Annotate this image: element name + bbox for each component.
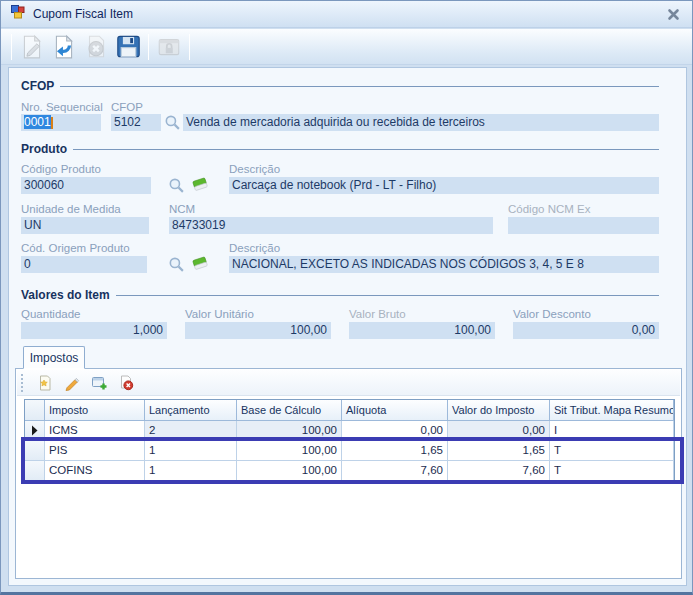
col-valor-imposto[interactable]: Valor do Imposto xyxy=(448,400,550,421)
toolbar-separator xyxy=(148,34,149,60)
cell-imposto[interactable]: PIS xyxy=(45,441,145,461)
document-delete-icon xyxy=(118,375,134,391)
cell-sit[interactable]: T xyxy=(550,461,674,481)
cell-valor[interactable]: 1,65 xyxy=(448,441,550,461)
col-lancamento[interactable]: Lançamento xyxy=(145,400,237,421)
cell-aliquota[interactable]: 7,60 xyxy=(342,461,448,481)
add-tax-button[interactable] xyxy=(89,373,109,393)
table-row-icms[interactable]: ICMS 2 100,00 0,00 0,00 I xyxy=(25,421,674,441)
col-imposto[interactable]: Imposto xyxy=(45,400,145,421)
col-base-calculo[interactable]: Base de Cálculo xyxy=(237,400,342,421)
window-title: Cupom Fiscal Item xyxy=(33,7,663,21)
cell-lancamento[interactable]: 1 xyxy=(145,441,237,461)
cell-sit[interactable]: I xyxy=(550,421,674,441)
cfop-search-icon[interactable] xyxy=(163,113,181,131)
nro-sequencial-label: Nro. Sequencial xyxy=(21,101,103,113)
ncm-ex-input[interactable] xyxy=(508,217,659,234)
cfop-label: CFOP xyxy=(111,101,143,113)
valor-bruto-input: 100,00 xyxy=(349,322,495,339)
new-document-star-icon xyxy=(37,375,53,391)
cancel-circle-icon xyxy=(83,34,109,60)
grid-header-row: Imposto Lançamento Base de Cálculo Alíqu… xyxy=(25,400,674,421)
cfop-descricao-field: Venda de mercadoria adquirida ou recebid… xyxy=(183,114,659,131)
cell-valor[interactable]: 7,60 xyxy=(448,461,550,481)
cell-valor[interactable]: 0,00 xyxy=(448,421,550,441)
origem-descricao-label: Descrição xyxy=(229,242,280,254)
section-divider xyxy=(116,295,659,296)
ncm-ex-label: Código NCM Ex xyxy=(508,203,590,215)
cell-base[interactable]: 100,00 xyxy=(237,461,342,481)
produto-clear-eraser-icon[interactable] xyxy=(191,175,209,193)
cell-lancamento[interactable]: 1 xyxy=(145,461,237,481)
valores-section-header: Valores do Item xyxy=(21,288,659,302)
text-caret xyxy=(51,117,53,129)
floppy-disk-icon xyxy=(115,33,142,60)
impostos-toolbar xyxy=(17,370,680,396)
undo-button[interactable] xyxy=(49,32,79,62)
undo-arrow-icon xyxy=(51,34,77,60)
origem-produto-label: Cód. Origem Produto xyxy=(21,242,130,254)
impostos-grid: Imposto Lançamento Base de Cálculo Alíqu… xyxy=(24,399,675,482)
app-icon xyxy=(10,4,26,24)
toolbar-grip-handle[interactable] xyxy=(21,374,24,392)
edit-button[interactable] xyxy=(17,32,47,62)
pencil-page-icon xyxy=(19,34,45,60)
codigo-produto-label: Código Produto xyxy=(21,163,101,175)
valores-section-title: Valores do Item xyxy=(21,288,110,302)
quantidade-input[interactable]: 1,000 xyxy=(21,322,167,339)
origem-search-icon[interactable] xyxy=(167,255,185,273)
row-selector[interactable] xyxy=(25,441,45,461)
origem-descricao-field: NACIONAL, EXCETO AS INDICADAS NOS CÓDIGO… xyxy=(229,256,659,273)
produto-search-icon[interactable] xyxy=(167,176,185,194)
window-plus-icon xyxy=(91,375,108,391)
table-row-cofins[interactable]: COFINS 1 100,00 7,60 7,60 T xyxy=(25,461,674,481)
valor-unitario-input[interactable]: 100,00 xyxy=(185,322,331,339)
cell-sit[interactable]: T xyxy=(550,441,674,461)
produto-section-title: Produto xyxy=(21,142,67,156)
row-selector-header xyxy=(25,400,45,421)
titlebar: Cupom Fiscal Item xyxy=(1,1,692,28)
cell-base[interactable]: 100,00 xyxy=(237,421,342,441)
edit-tax-button[interactable] xyxy=(62,373,82,393)
cell-aliquota[interactable]: 1,65 xyxy=(342,441,448,461)
valor-bruto-label: Valor Bruto xyxy=(349,308,406,320)
toolbar-separator xyxy=(189,34,190,60)
cfop-input[interactable]: 5102 xyxy=(111,114,161,131)
origem-clear-eraser-icon[interactable] xyxy=(191,254,209,272)
col-sit-tribut[interactable]: Sit Tribut. Mapa Resumo xyxy=(550,400,674,421)
unidade-medida-input[interactable]: UN xyxy=(21,217,149,234)
unidade-medida-label: Unidade de Medida xyxy=(21,203,121,215)
save-button[interactable] xyxy=(113,32,143,62)
delete-tax-button[interactable] xyxy=(116,373,136,393)
cell-aliquota[interactable]: 0,00 xyxy=(342,421,448,441)
valor-unitario-label: Valor Unitário xyxy=(185,308,254,320)
produto-section-header: Produto xyxy=(21,142,659,156)
toolbar-separator xyxy=(11,34,12,60)
section-divider xyxy=(73,149,659,150)
produto-descricao-label: Descrição xyxy=(229,163,280,175)
close-icon[interactable] xyxy=(663,5,683,23)
cell-imposto[interactable]: ICMS xyxy=(45,421,145,441)
cell-base[interactable]: 100,00 xyxy=(237,441,342,461)
produto-descricao-field: Carcaça de notebook (Prd - LT - Filho) xyxy=(229,177,659,194)
valor-desconto-label: Valor Desconto xyxy=(513,308,591,320)
codigo-produto-input[interactable]: 300060 xyxy=(21,177,151,194)
row-selector[interactable] xyxy=(25,461,45,481)
section-divider xyxy=(60,86,659,87)
permissions-button[interactable] xyxy=(154,32,184,62)
valor-desconto-input[interactable]: 0,00 xyxy=(513,322,659,339)
nro-sequencial-input[interactable]: 0001 xyxy=(21,114,101,131)
current-row-arrow-icon[interactable] xyxy=(25,421,45,441)
ncm-input[interactable]: 84733019 xyxy=(169,217,493,234)
quantidade-label: Quantidade xyxy=(21,308,80,320)
table-row-pis[interactable]: PIS 1 100,00 1,65 1,65 T xyxy=(25,441,674,461)
cell-imposto[interactable]: COFINS xyxy=(45,461,145,481)
new-tax-button[interactable] xyxy=(35,373,55,393)
col-aliquota[interactable]: Alíquota xyxy=(342,400,448,421)
lock-window-icon xyxy=(156,34,182,60)
cancel-button[interactable] xyxy=(81,32,111,62)
cell-lancamento[interactable]: 2 xyxy=(145,421,237,441)
cfop-section-header: CFOP xyxy=(21,79,659,93)
tab-impostos[interactable]: Impostos xyxy=(23,346,85,369)
origem-produto-input[interactable]: 0 xyxy=(21,256,147,273)
